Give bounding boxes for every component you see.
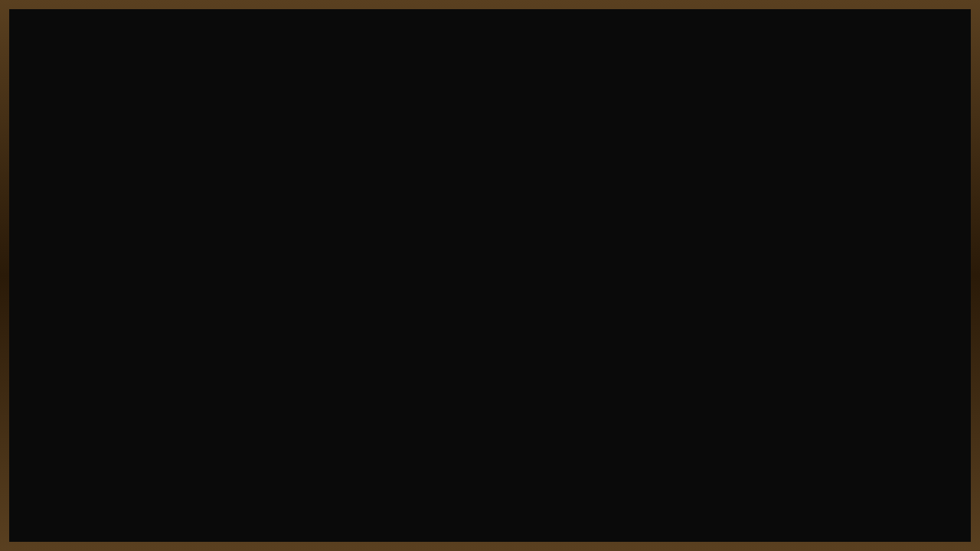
def-vulnerable-keyword: Vulnerable <box>406 387 443 396</box>
refund-all-bar: REFUND ALL <box>426 513 554 540</box>
red-circle-icon <box>38 84 51 96</box>
left-border <box>0 0 11 551</box>
node-purple: ✦ <box>664 360 696 392</box>
crossbow-node: ⚔ <box>622 400 649 428</box>
gold-value: 89,754 <box>41 119 71 132</box>
diamond-ml5 <box>341 251 364 275</box>
points-panel: 26 points spent Available Points <box>11 46 145 106</box>
skill-node-r4[interactable] <box>706 341 723 357</box>
bottom-bar: ▲ SKILL ASSIGNMENT <box>153 473 980 513</box>
def-frozen-text2: by repeatedly <box>431 417 479 426</box>
def-frozen-text3: them. <box>508 417 528 426</box>
diamond-icon <box>531 53 562 83</box>
def-frozen-text1: enemies cannot move or attack. Enemies c… <box>431 404 593 413</box>
gold-icon <box>21 119 35 132</box>
refund-all-button[interactable]: REFUND ALL <box>426 513 554 540</box>
skill-node-ml5[interactable] <box>345 255 361 272</box>
skill-node-top6[interactable]: ❄ <box>623 119 655 151</box>
skill-node-purple[interactable]: ✦ 1/5 <box>664 360 696 392</box>
skill-node-top5[interactable]: ⚡ <box>533 119 565 151</box>
tab-skill-tree[interactable]: Skill Tree <box>398 11 482 34</box>
diamond-r1 <box>608 290 639 321</box>
def-vulnerable: Vulnerable enemies take 20% increased da… <box>406 386 609 399</box>
skill-node-ml3[interactable] <box>363 197 384 218</box>
svg-line-6 <box>354 218 356 249</box>
skill-node-r5[interactable] <box>682 400 699 417</box>
keyword-dropdown-button[interactable]: ▼ <box>943 47 969 72</box>
skill-node-frozen-orb[interactable]: ❄ 1/5 <box>561 88 593 120</box>
title-bar: Skill Tree Paragon (Lvl 50) <box>398 11 582 34</box>
keyword-search-input[interactable] <box>767 46 943 72</box>
skill-node-bear[interactable]: ⚡ <box>620 344 652 377</box>
skill-node-ml1[interactable] <box>452 109 473 131</box>
node-top6: ❄ <box>623 119 655 151</box>
def-vulnerable-text: enemies take 20% increased damage. <box>445 387 570 396</box>
node-bear: ⚡ <box>620 344 652 377</box>
skill-node-r1[interactable] <box>612 295 634 316</box>
diamond-r3 <box>683 320 707 344</box>
tooltip-box: Greater Frozen Orb Frozen Orb's explosio… <box>406 210 609 366</box>
tooltip-refund: ⚙ Refund Cost: 110 <box>420 332 595 352</box>
tooltip-warning: You may only select one upgrade. <box>420 311 595 323</box>
diamond-r4 <box>702 337 726 360</box>
skill-node-ml2[interactable] <box>408 172 430 194</box>
gold-panel: 89,754 <box>11 111 145 140</box>
right-border <box>969 0 980 551</box>
points-icons <box>21 84 134 96</box>
skill-node-top3[interactable]: 🔥 <box>605 88 637 120</box>
desc-percent: 25% <box>528 250 547 261</box>
node-count-frozen-orb: 1/5 <box>585 124 595 132</box>
desc-frozen: Frozen <box>518 278 543 289</box>
desc-text5: . <box>462 292 465 302</box>
def-frozen: Frozen enemies cannot move or attack. En… <box>406 403 609 428</box>
desc-vulnerable2: Vulnerable <box>420 292 460 302</box>
def-frozen-keyword: Frozen <box>406 404 430 413</box>
skill-node-r6[interactable] <box>708 417 725 434</box>
tooltip-description: Frozen Orb's explosion has a 25% chance … <box>420 249 595 304</box>
diamond-ml3 <box>358 192 389 223</box>
tab-paragon[interactable]: Paragon (Lvl 50) <box>482 11 582 34</box>
def-chilling-keyword: Chilling <box>479 417 507 426</box>
refund-gold-icon <box>504 342 513 351</box>
keyword-search-area: ▼ <box>767 46 969 72</box>
node-top5: ⚡ <box>533 119 565 151</box>
skill-tree-area: ❄ 1/5 🔥 ⚡ ❄ ⊕ <box>153 42 980 509</box>
definitions-area: Vulnerable enemies take 20% increased da… <box>406 386 609 433</box>
app: Skill Tree Paragon (Lvl 50) ✕ 26 points … <box>0 0 980 551</box>
skill-node-top4[interactable] <box>509 103 531 125</box>
diamond-top4 <box>505 99 535 129</box>
node-top3-icon: 🔥 <box>605 88 637 120</box>
refund-cost-label: Refund Cost: 110 <box>435 341 499 352</box>
skill-node-ml7[interactable] <box>375 285 392 302</box>
desc-text4: enemies <box>545 278 575 289</box>
circle-node-center: ⊕ <box>573 140 600 168</box>
skill-node-top1[interactable] <box>536 57 557 79</box>
skill-node-crossbow[interactable]: ⚔ 2/3 <box>622 400 649 428</box>
refund-cost-icon: ⚙ <box>420 341 430 352</box>
node-count-crossbow: 2/3 <box>641 432 651 440</box>
diamond-ml2 <box>403 168 434 198</box>
frozen-orb-node: ❄ <box>561 88 593 120</box>
gold-diamond-icon <box>19 82 37 99</box>
close-button[interactable]: ✕ <box>951 11 969 29</box>
skill-assignment-label: SKILL ASSIGNMENT <box>520 487 643 499</box>
skill-node-center[interactable]: ⊕ <box>573 140 600 168</box>
assignment-up-button[interactable]: ▲ <box>491 482 512 504</box>
desc-vulnerable1: Vulnerable <box>498 264 538 275</box>
skill-node-r3[interactable] <box>687 324 704 341</box>
def-frozen-keyword2: Frozen <box>406 417 430 426</box>
tooltip-title: Greater Frozen Orb <box>420 224 595 240</box>
diamond-r6 <box>704 413 728 437</box>
skill-node-ml4[interactable] <box>366 226 387 247</box>
diamond-ml4 <box>361 221 392 252</box>
points-spent-label: 26 points spent <box>21 55 134 64</box>
available-points-label: Available Points <box>21 67 134 80</box>
diamond-r5 <box>678 396 702 420</box>
diamond-ml7 <box>371 282 395 305</box>
skill-assignment-bar: ▲ SKILL ASSIGNMENT <box>459 473 675 513</box>
desc-text1: Frozen Orb's explosion has a <box>420 250 528 261</box>
diamond-ml1 <box>447 105 478 135</box>
